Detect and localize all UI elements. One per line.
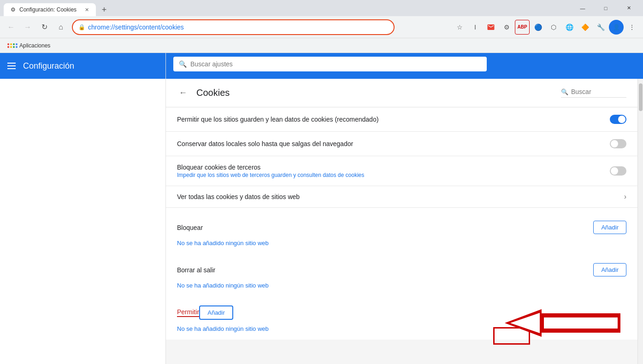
profile-icon[interactable]: 👤	[609, 20, 624, 35]
all-cookies-label: Ver todas las cookies y datos de sitios …	[177, 193, 624, 200]
allow-cookies-slider	[610, 115, 626, 124]
home-button[interactable]: ⌂	[53, 20, 68, 35]
cookies-title: Cookies	[196, 88, 554, 98]
address-bar[interactable]	[88, 23, 388, 31]
permitir-title: Permitir	[177, 308, 199, 317]
browser-main: Configuración 🔍 ← Cookies �	[0, 53, 643, 364]
ext4-icon[interactable]: 🔶	[578, 20, 592, 35]
apps-label: Aplicaciones	[19, 42, 50, 49]
reader-mode-icon[interactable]: I	[468, 20, 483, 35]
permitir-header: Permitir Añadir	[166, 300, 637, 322]
block-third-party-sublabel: Impedir que los sitios web de terceros g…	[177, 172, 610, 178]
cookies-search-icon: 🔍	[561, 88, 568, 95]
new-tab-button[interactable]: +	[98, 3, 111, 16]
permitir-add-button[interactable]: Añadir	[199, 305, 233, 320]
maximize-button[interactable]: □	[595, 2, 616, 15]
settings-search-bar: 🔍	[166, 53, 643, 79]
reload-button[interactable]: ↻	[37, 20, 52, 35]
menu-icon[interactable]: ⋮	[625, 20, 639, 35]
block-third-party-label: Bloquear cookies de terceros	[177, 164, 610, 171]
allow-cookies-toggle[interactable]	[610, 115, 626, 124]
local-data-toggle[interactable]	[610, 139, 626, 148]
allow-cookies-label-wrap: Permitir que los sitios guarden y lean d…	[177, 116, 610, 123]
tab-area: ⚙ Configuración: Cookies ✕ +	[4, 0, 572, 16]
bookmark-icon[interactable]: ☆	[452, 20, 467, 35]
hamburger-line	[7, 68, 16, 69]
bloquear-title: Bloquear	[177, 224, 593, 231]
ext5-icon[interactable]: 🔧	[593, 20, 608, 35]
block-third-party-slider	[610, 166, 626, 176]
cookies-back-button[interactable]: ←	[177, 86, 189, 100]
borrar-title: Borrar al salir	[177, 266, 593, 274]
cookies-header: ← Cookies 🔍	[166, 79, 637, 107]
content-with-scroll: ← Cookies 🔍 Permitir que los sitios guar…	[166, 79, 643, 364]
titlebar: ⚙ Configuración: Cookies ✕ + — □ ✕	[0, 0, 643, 16]
settings-title: Configuración	[23, 61, 74, 71]
local-data-label-wrap: Conservar datos locales solo hasta que s…	[177, 140, 610, 147]
ext3-icon[interactable]: 🌐	[562, 20, 577, 35]
spacer	[166, 208, 637, 215]
minimize-button[interactable]: —	[572, 2, 593, 15]
address-security-icon: 🔒	[78, 24, 85, 30]
extensions-icon[interactable]: ⚙	[499, 20, 514, 35]
allow-cookies-label: Permitir que los sitios guarden y lean d…	[177, 116, 610, 123]
close-button[interactable]: ✕	[618, 2, 639, 15]
cookies-search-wrap[interactable]: 🔍	[561, 88, 626, 98]
cookies-search-input[interactable]	[571, 88, 626, 95]
borrar-add-button[interactable]: Añadir	[593, 263, 626, 276]
settings-sidebar: Configuración	[0, 53, 166, 364]
scroll-thumb[interactable]	[639, 83, 643, 111]
spacer3	[166, 296, 637, 300]
allow-cookies-row[interactable]: Permitir que los sitios guarden y lean d…	[166, 107, 637, 132]
bookmarks-bar: Aplicaciones	[0, 38, 643, 53]
search-wrap[interactable]: 🔍	[173, 57, 487, 71]
block-third-party-toggle[interactable]	[610, 166, 626, 176]
bloquear-add-button[interactable]: Añadir	[593, 221, 626, 234]
tab-favicon: ⚙	[9, 6, 17, 13]
cookies-container: ← Cookies 🔍 Permitir que los sitios guar…	[166, 79, 637, 364]
apps-bookmark[interactable]: Aplicaciones	[4, 41, 54, 51]
ext1-icon[interactable]: 🔵	[531, 20, 545, 35]
hamburger-menu[interactable]	[7, 63, 16, 69]
tab-close-button[interactable]: ✕	[83, 6, 90, 13]
window-controls: — □ ✕	[572, 2, 639, 15]
scrollbar[interactable]	[637, 79, 643, 364]
block-third-party-label-wrap: Bloquear cookies de terceros Impedir que…	[177, 164, 610, 178]
hamburger-line	[7, 65, 16, 66]
local-data-row[interactable]: Conservar datos locales solo hasta que s…	[166, 132, 637, 156]
bloquear-empty: No se ha añadido ningún sitio web	[166, 236, 637, 254]
settings-header: Configuración	[0, 53, 165, 79]
back-button[interactable]: ←	[4, 20, 18, 35]
borrar-header: Borrar al salir Añadir	[166, 258, 637, 278]
bloquear-header: Bloquear Añadir	[166, 215, 637, 236]
hamburger-line	[7, 63, 16, 64]
cookies-page: ← Cookies 🔍 Permitir que los sitios guar…	[166, 79, 637, 340]
search-icon: 🔍	[179, 60, 187, 68]
permitir-empty: No se ha añadido ningún sitio web	[166, 322, 637, 340]
spacer2	[166, 254, 637, 258]
all-cookies-chevron: ›	[624, 193, 626, 201]
active-tab[interactable]: ⚙ Configuración: Cookies ✕	[4, 3, 96, 16]
local-data-slider	[610, 139, 626, 148]
sidebar-content	[0, 79, 165, 364]
block-third-party-row[interactable]: Bloquear cookies de terceros Impedir que…	[166, 156, 637, 186]
address-bar-wrap[interactable]: 🔒	[72, 19, 395, 35]
tab-title: Configuración: Cookies	[19, 6, 80, 13]
apps-icon	[7, 43, 18, 48]
borrar-empty: No se ha añadido ningún sitio web	[166, 278, 637, 296]
toolbar-icons: ☆ I ⚙ ABP 🔵 ⬡ 🌐 🔶 🔧 👤 ⋮	[452, 20, 639, 35]
local-data-label: Conservar datos locales solo hasta que s…	[177, 140, 610, 147]
ext2-icon[interactable]: ⬡	[546, 20, 561, 35]
content-area: 🔍 ← Cookies 🔍	[166, 53, 643, 364]
search-input[interactable]	[190, 60, 481, 68]
forward-button[interactable]: →	[20, 20, 35, 35]
toolbar: ← → ↻ ⌂ 🔒 ☆ I ⚙ ABP 🔵 ⬡ 🌐 🔶 🔧 👤 ⋮	[0, 16, 643, 38]
all-cookies-link[interactable]: Ver todas las cookies y datos de sitios …	[166, 186, 637, 208]
gmail-icon[interactable]	[484, 20, 498, 35]
abp-icon[interactable]: ABP	[515, 20, 530, 35]
